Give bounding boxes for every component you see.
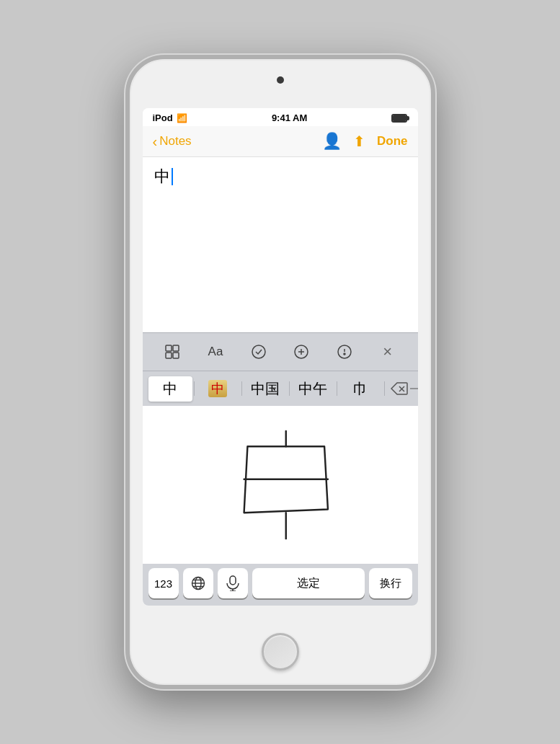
back-label: Notes xyxy=(159,134,191,149)
time-label: 9:41 AM xyxy=(272,112,307,123)
space-key[interactable]: 选定 xyxy=(252,568,365,598)
compose-button[interactable] xyxy=(332,339,357,365)
volume-down-button[interactable] xyxy=(127,216,130,242)
svg-rect-1 xyxy=(173,345,179,351)
plus-button[interactable] xyxy=(288,339,314,365)
candidate-0[interactable]: 中 xyxy=(148,376,192,402)
handwriting-area[interactable] xyxy=(143,406,418,564)
font-icon: Aa xyxy=(208,345,223,359)
candidates-bar-wrapper: 中 中 中国 中午 巾 xyxy=(143,371,418,406)
power-button[interactable] xyxy=(431,189,434,225)
status-bar: iPod 📶 9:41 AM xyxy=(143,108,418,126)
device: iPod 📶 9:41 AM ‹ Notes 👤 ⬆ xyxy=(125,55,435,689)
note-content[interactable]: 中 xyxy=(143,157,418,332)
volume-up-button[interactable] xyxy=(127,182,130,208)
candidate-mahjong: 中 xyxy=(208,380,227,397)
num-key[interactable]: 123 xyxy=(148,568,179,598)
check-button[interactable] xyxy=(246,339,272,365)
space-label: 选定 xyxy=(297,576,320,591)
return-label: 换行 xyxy=(380,577,401,590)
globe-icon xyxy=(191,576,205,590)
candidate-divider-4 xyxy=(384,381,385,396)
mic-key[interactable] xyxy=(218,568,248,598)
status-right xyxy=(391,114,407,123)
carrier-label: iPod xyxy=(153,112,173,123)
candidate-divider-0 xyxy=(194,381,195,396)
globe-key[interactable] xyxy=(183,568,213,598)
back-button[interactable]: ‹ Notes xyxy=(153,133,192,150)
keyboard-toolbar: Aa xyxy=(143,332,418,371)
candidate-4[interactable]: 巾 xyxy=(339,376,383,402)
candidate-divider-2 xyxy=(289,381,290,396)
status-left: iPod 📶 xyxy=(153,112,187,123)
candidate-3[interactable]: 中午 xyxy=(291,376,335,402)
keyboard-bottom: 123 xyxy=(143,564,418,606)
candidate-2[interactable]: 中国 xyxy=(244,376,288,402)
close-button[interactable]: × xyxy=(375,339,401,365)
svg-point-4 xyxy=(252,345,265,358)
candidates-bar: 中 中 中国 中午 巾 xyxy=(143,371,418,406)
num-label: 123 xyxy=(154,577,172,590)
nav-actions: 👤 ⬆ Done xyxy=(322,132,408,151)
mic-icon xyxy=(226,575,239,591)
note-character: 中 xyxy=(154,166,170,187)
svg-point-10 xyxy=(344,353,345,355)
note-text: 中 xyxy=(154,166,406,187)
device-shell: iPod 📶 9:41 AM ‹ Notes 👤 ⬆ xyxy=(125,55,435,689)
screen: iPod 📶 9:41 AM ‹ Notes 👤 ⬆ xyxy=(143,108,418,606)
battery-fill xyxy=(393,115,406,121)
home-button[interactable] xyxy=(262,633,299,670)
wifi-icon: 📶 xyxy=(177,113,187,123)
add-person-icon[interactable]: 👤 xyxy=(322,132,342,151)
nav-bar: ‹ Notes 👤 ⬆ Done xyxy=(143,126,418,157)
candidate-divider-1 xyxy=(241,381,242,396)
battery-icon xyxy=(391,114,407,123)
delete-button[interactable] xyxy=(386,376,412,402)
close-icon: × xyxy=(383,342,392,361)
text-cursor xyxy=(172,168,173,185)
chevron-left-icon: ‹ xyxy=(153,133,158,150)
handwriting-svg xyxy=(143,406,418,564)
grid-button[interactable] xyxy=(159,339,185,365)
share-icon[interactable]: ⬆ xyxy=(353,133,365,150)
svg-rect-2 xyxy=(166,353,172,358)
svg-rect-21 xyxy=(230,576,236,585)
return-key[interactable]: 换行 xyxy=(369,568,412,598)
done-button[interactable]: Done xyxy=(377,134,408,149)
candidate-1[interactable]: 中 xyxy=(196,377,240,400)
font-button[interactable]: Aa xyxy=(203,339,228,365)
candidate-divider-3 xyxy=(337,381,337,396)
svg-rect-0 xyxy=(166,345,172,351)
svg-rect-3 xyxy=(173,353,179,358)
camera xyxy=(277,76,284,84)
